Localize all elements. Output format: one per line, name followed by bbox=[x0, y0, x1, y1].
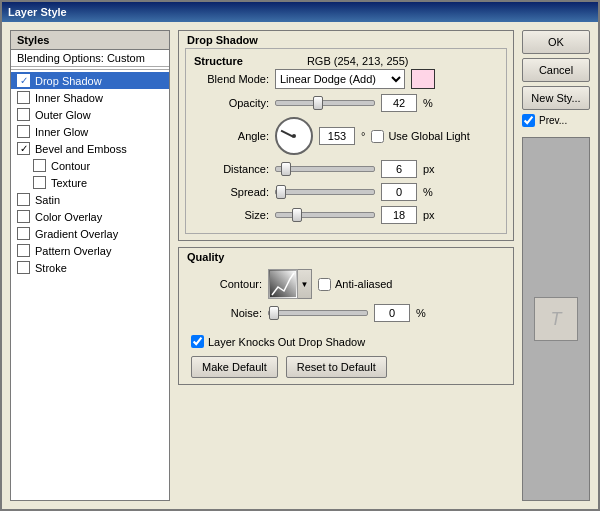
sidebar-item-label-outer-glow: Outer Glow bbox=[35, 109, 91, 121]
opacity-input[interactable] bbox=[381, 94, 417, 112]
make-default-button[interactable]: Make Default bbox=[191, 356, 278, 378]
sidebar-item-label-satin: Satin bbox=[35, 194, 60, 206]
noise-label: Noise: bbox=[187, 307, 262, 319]
noise-input[interactable] bbox=[374, 304, 410, 322]
anti-aliased-wrapper: Anti-aliased bbox=[318, 278, 392, 291]
sidebar-item-outer-glow[interactable]: Outer Glow bbox=[11, 106, 169, 123]
sidebar-item-stroke[interactable]: Stroke bbox=[11, 259, 169, 276]
size-unit: px bbox=[423, 209, 435, 221]
contour-label: Contour: bbox=[187, 278, 262, 290]
preview-wrapper: Prev... bbox=[522, 114, 590, 127]
new-style-button[interactable]: New Sty... bbox=[522, 86, 590, 110]
checkbox-gradient-overlay bbox=[17, 227, 30, 240]
contour-select-wrapper: ▼ bbox=[268, 269, 312, 299]
sidebar-item-texture[interactable]: Texture bbox=[11, 174, 169, 191]
noise-slider[interactable] bbox=[268, 310, 368, 316]
checkbox-drop-shadow bbox=[17, 74, 30, 87]
quality-section: Quality Contour: bbox=[178, 247, 514, 385]
blend-mode-select[interactable]: Linear Dodge (Add) Normal Multiply Scree… bbox=[275, 69, 405, 89]
sidebar-item-label-contour: Contour bbox=[51, 160, 90, 172]
checkbox-inner-glow bbox=[17, 125, 30, 138]
checkbox-outer-glow bbox=[17, 108, 30, 121]
sidebar-item-label-stroke: Stroke bbox=[35, 262, 67, 274]
blending-options-item[interactable]: Blending Options: Custom bbox=[11, 50, 169, 67]
right-panel: OK Cancel New Sty... Prev... T bbox=[522, 30, 590, 501]
structure-label: Structure bbox=[194, 55, 243, 67]
spread-input[interactable] bbox=[381, 183, 417, 201]
size-slider[interactable] bbox=[275, 212, 375, 218]
angle-label: Angle: bbox=[194, 130, 269, 142]
title-bar: Layer Style bbox=[2, 2, 598, 22]
preview-box: T bbox=[522, 137, 590, 501]
distance-label: Distance: bbox=[194, 163, 269, 175]
sidebar-item-satin[interactable]: Satin bbox=[11, 191, 169, 208]
sidebar-item-label-pattern-overlay: Pattern Overlay bbox=[35, 245, 111, 257]
preview-inner: T bbox=[534, 297, 578, 341]
blend-mode-label: Blend Mode: bbox=[194, 73, 269, 85]
sidebar-item-color-overlay[interactable]: Color Overlay bbox=[11, 208, 169, 225]
spread-unit: % bbox=[423, 186, 433, 198]
sidebar-item-pattern-overlay[interactable]: Pattern Overlay bbox=[11, 242, 169, 259]
preview-checkbox[interactable] bbox=[522, 114, 535, 127]
sidebar-item-label-drop-shadow: Drop Shadow bbox=[35, 75, 102, 87]
drop-shadow-section: Drop Shadow Structure RGB (254, 213, 255… bbox=[178, 30, 514, 241]
sidebar-item-bevel-emboss[interactable]: Bevel and Emboss bbox=[11, 140, 169, 157]
checkbox-inner-shadow bbox=[17, 91, 30, 104]
sidebar-item-label-bevel-emboss: Bevel and Emboss bbox=[35, 143, 127, 155]
angle-dial[interactable] bbox=[275, 117, 313, 155]
checkbox-pattern-overlay bbox=[17, 244, 30, 257]
sidebar-item-label-texture: Texture bbox=[51, 177, 87, 189]
drop-shadow-title: Drop Shadow bbox=[179, 31, 513, 48]
checkbox-stroke bbox=[17, 261, 30, 274]
contour-dropdown-button[interactable]: ▼ bbox=[298, 269, 312, 299]
style-list: Drop ShadowInner ShadowOuter GlowInner G… bbox=[11, 72, 169, 276]
checkbox-bevel-emboss bbox=[17, 142, 30, 155]
spread-label: Spread: bbox=[194, 186, 269, 198]
layer-style-window: Layer Style Styles Blending Options: Cus… bbox=[0, 0, 600, 511]
rgb-label: RGB (254, 213, 255) bbox=[307, 55, 409, 67]
global-light-checkbox[interactable] bbox=[371, 130, 384, 143]
global-light-label: Use Global Light bbox=[388, 130, 469, 142]
sidebar-item-label-gradient-overlay: Gradient Overlay bbox=[35, 228, 118, 240]
distance-slider[interactable] bbox=[275, 166, 375, 172]
checkbox-texture bbox=[33, 176, 46, 189]
layer-knocks-checkbox[interactable] bbox=[191, 335, 204, 348]
sidebar-item-inner-glow[interactable]: Inner Glow bbox=[11, 123, 169, 140]
anti-aliased-checkbox[interactable] bbox=[318, 278, 331, 291]
checkbox-contour bbox=[33, 159, 46, 172]
size-label: Size: bbox=[194, 209, 269, 221]
sidebar-item-label-color-overlay: Color Overlay bbox=[35, 211, 102, 223]
contour-preview[interactable] bbox=[268, 269, 298, 299]
quality-title: Quality bbox=[179, 248, 513, 265]
checkbox-color-overlay bbox=[17, 210, 30, 223]
color-swatch[interactable] bbox=[411, 69, 435, 89]
opacity-label: Opacity: bbox=[194, 97, 269, 109]
cancel-button[interactable]: Cancel bbox=[522, 58, 590, 82]
anti-aliased-label: Anti-aliased bbox=[335, 278, 392, 290]
sidebar-item-label-inner-shadow: Inner Shadow bbox=[35, 92, 103, 104]
layer-knocks-label: Layer Knocks Out Drop Shadow bbox=[208, 336, 365, 348]
distance-input[interactable] bbox=[381, 160, 417, 178]
angle-unit: ° bbox=[361, 130, 365, 142]
sidebar-item-drop-shadow[interactable]: Drop Shadow bbox=[11, 72, 169, 89]
sidebar-item-contour[interactable]: Contour bbox=[11, 157, 169, 174]
angle-input[interactable] bbox=[319, 127, 355, 145]
opacity-slider[interactable] bbox=[275, 100, 375, 106]
bottom-buttons: Make Default Reset to Default bbox=[179, 350, 513, 384]
preview-icon: T bbox=[551, 309, 562, 330]
ok-button[interactable]: OK bbox=[522, 30, 590, 54]
styles-header: Styles bbox=[11, 31, 169, 50]
checkbox-satin bbox=[17, 193, 30, 206]
opacity-unit: % bbox=[423, 97, 433, 109]
reset-default-button[interactable]: Reset to Default bbox=[286, 356, 387, 378]
distance-unit: px bbox=[423, 163, 435, 175]
preview-label: Prev... bbox=[539, 115, 567, 126]
layer-knocks-row: Layer Knocks Out Drop Shadow bbox=[179, 331, 513, 350]
center-panel: Drop Shadow Structure RGB (254, 213, 255… bbox=[178, 30, 514, 501]
window-title: Layer Style bbox=[8, 6, 67, 18]
noise-unit: % bbox=[416, 307, 426, 319]
size-input[interactable] bbox=[381, 206, 417, 224]
sidebar-item-gradient-overlay[interactable]: Gradient Overlay bbox=[11, 225, 169, 242]
spread-slider[interactable] bbox=[275, 189, 375, 195]
sidebar-item-inner-shadow[interactable]: Inner Shadow bbox=[11, 89, 169, 106]
